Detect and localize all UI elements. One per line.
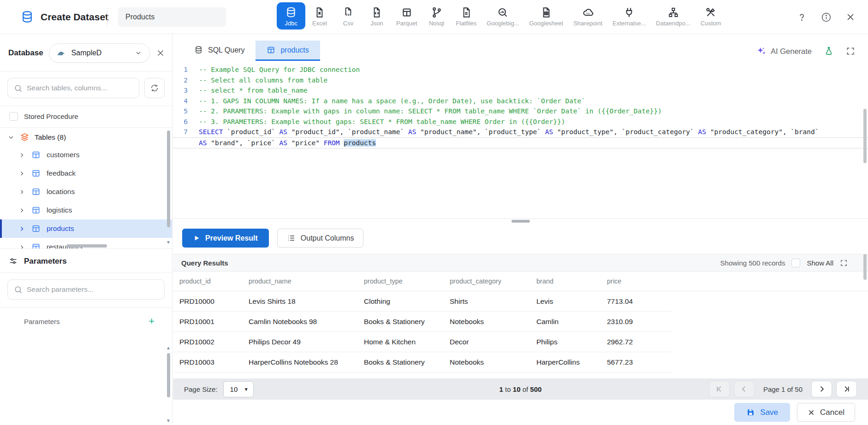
list-icon: [287, 234, 296, 242]
parameters-vertical-scrollbar[interactable]: [167, 353, 170, 397]
scroll-down-arrow[interactable]: ▼: [166, 419, 171, 423]
table-row[interactable]: PRD10001Camlin Notebooks 98Books & Stati…: [173, 312, 672, 332]
ai-generate-button[interactable]: AI Generate: [756, 46, 812, 56]
page-size-select[interactable]: 10 ▼: [223, 381, 254, 397]
code-line: 1-- Example SQL Query for JDBC connectio…: [173, 65, 868, 75]
tab-sql-query[interactable]: SQL Query: [183, 41, 256, 61]
refresh-icon: [150, 83, 159, 93]
source-custom[interactable]: Custom: [696, 2, 726, 30]
search-icon: [14, 285, 23, 294]
table-search-input[interactable]: [27, 84, 133, 92]
chevron-right-icon: [818, 385, 826, 393]
svg-text:csv: csv: [345, 12, 351, 17]
code-line-active: AS "brand", `price` AS "price" FROM prod…: [173, 137, 868, 149]
sql-editor[interactable]: 1-- Example SQL Query for JDBC connectio…: [173, 61, 868, 218]
sidebar-item-logistics[interactable]: logistics: [0, 201, 172, 219]
last-page-button[interactable]: [836, 381, 857, 397]
source-googlesheet[interactable]: Googlesheet: [524, 2, 568, 30]
create-dataset-window: Create Dataset Jdbc Excel csv Csv Json: [0, 0, 868, 425]
sidebar-item-feedback[interactable]: feedback: [0, 164, 172, 183]
chevron-right-icon[interactable]: [18, 225, 25, 232]
source-sharepoint[interactable]: Sharepoint: [568, 2, 607, 30]
sidebar-item-locations[interactable]: locations: [0, 183, 172, 201]
close-window-icon[interactable]: [845, 12, 856, 23]
help-icon[interactable]: [796, 12, 808, 23]
chevron-down-icon: [7, 134, 15, 141]
show-all-checkbox[interactable]: [791, 259, 800, 267]
caret-down-icon: ▼: [244, 387, 249, 392]
editor-toolbar: Preview Result Output Columns: [173, 225, 868, 254]
source-dataendpoint[interactable]: Dataendpo...: [651, 2, 695, 30]
action-footer: Save Cancel: [173, 400, 868, 425]
column-header[interactable]: brand: [536, 277, 607, 285]
connection-dropdown[interactable]: SampleD: [49, 43, 150, 63]
code-line: 6-- 3. PARAMETERS: Example without gaps:…: [173, 117, 868, 127]
source-json[interactable]: Json: [363, 2, 391, 30]
plug-icon: [623, 6, 635, 18]
results-vertical-scrollbar[interactable]: [863, 254, 867, 280]
column-header[interactable]: product_category: [450, 277, 536, 285]
parameter-search-input[interactable]: [27, 285, 158, 294]
preview-result-button[interactable]: Preview Result: [182, 229, 269, 248]
chevron-right-icon[interactable]: [18, 207, 25, 214]
source-excel[interactable]: Excel: [305, 2, 334, 30]
source-jdbc[interactable]: Jdbc: [277, 2, 305, 30]
scroll-up-arrow[interactable]: ▲: [166, 346, 171, 350]
record-range-label: 1 to 10 of 500: [499, 385, 542, 393]
table-row[interactable]: PRD10003HarperCollins Notebooks 28Books …: [173, 352, 672, 372]
first-page-button[interactable]: [709, 381, 730, 397]
code-line: 3-- select * from table_name: [173, 85, 868, 96]
chevron-left-icon: [740, 385, 748, 393]
column-header[interactable]: price: [607, 277, 672, 285]
line-number: 1: [173, 65, 199, 75]
main-panel: SQL Query products AI Generate 1-- Examp…: [173, 34, 868, 425]
chevron-right-icon[interactable]: [18, 189, 25, 195]
source-type-list: Jdbc Excel csv Csv Json Parquet Nosql: [277, 2, 726, 30]
flat-file-icon: [460, 6, 472, 18]
editor-vertical-scrollbar[interactable]: [863, 109, 867, 163]
stored-procedure-checkbox[interactable]: [9, 112, 18, 121]
table-search-box: [7, 78, 139, 98]
first-page-icon: [715, 385, 723, 393]
save-button[interactable]: Save: [734, 403, 790, 422]
close-sidebar-icon[interactable]: [155, 48, 166, 58]
fullscreen-icon[interactable]: [846, 47, 855, 56]
table-row[interactable]: PRD10002Philips Decor 49Home & KitchenDe…: [173, 332, 672, 352]
info-icon[interactable]: [820, 12, 832, 23]
source-googlebigquery[interactable]: Googlebig...: [482, 2, 524, 30]
refresh-tables-button[interactable]: [144, 78, 165, 98]
column-header[interactable]: product_type: [364, 277, 450, 285]
record-count-label: Showing 500 records: [720, 259, 785, 267]
dataset-name-input[interactable]: [118, 7, 226, 27]
output-columns-button[interactable]: Output Columns: [277, 229, 364, 248]
source-parquet[interactable]: Parquet: [391, 2, 422, 30]
source-flatfiles[interactable]: Flatfiles: [451, 2, 482, 30]
sidebar-item-products[interactable]: products: [0, 219, 172, 238]
chevron-right-icon[interactable]: [18, 170, 25, 177]
tables-tree-header[interactable]: Tables (8): [0, 128, 172, 146]
tree-horizontal-scrollbar[interactable]: [66, 244, 107, 248]
scroll-down-arrow[interactable]: ▼: [166, 240, 171, 245]
table-row[interactable]: PRD10000Levis Shirts 18ClothingShirtsLev…: [173, 291, 672, 312]
sidebar-item-customers[interactable]: customers: [0, 146, 172, 164]
flask-icon[interactable]: [824, 46, 834, 56]
add-parameter-button[interactable]: +: [149, 317, 155, 326]
column-header[interactable]: product_name: [249, 277, 364, 285]
tab-products[interactable]: products: [256, 41, 320, 61]
database-sidebar: Database SampleD Stored Procedure: [0, 34, 172, 425]
brand: Create Dataset: [20, 0, 108, 34]
source-externalservice[interactable]: Externalse...: [607, 2, 651, 30]
next-page-button[interactable]: [811, 381, 832, 397]
splitter-drag-handle[interactable]: [511, 220, 530, 223]
tree-vertical-scrollbar[interactable]: [167, 130, 170, 227]
expand-results-icon[interactable]: [840, 259, 848, 267]
column-header[interactable]: product_id: [179, 277, 249, 285]
header-divider: [107, 8, 107, 26]
chevron-right-icon[interactable]: [18, 152, 25, 159]
sparkles-icon: [756, 46, 767, 56]
source-nosql[interactable]: Nosql: [422, 2, 451, 30]
cancel-button[interactable]: Cancel: [797, 403, 855, 422]
previous-page-button[interactable]: [734, 381, 755, 397]
source-csv[interactable]: csv Csv: [334, 2, 363, 30]
chevron-right-icon[interactable]: [18, 244, 25, 249]
